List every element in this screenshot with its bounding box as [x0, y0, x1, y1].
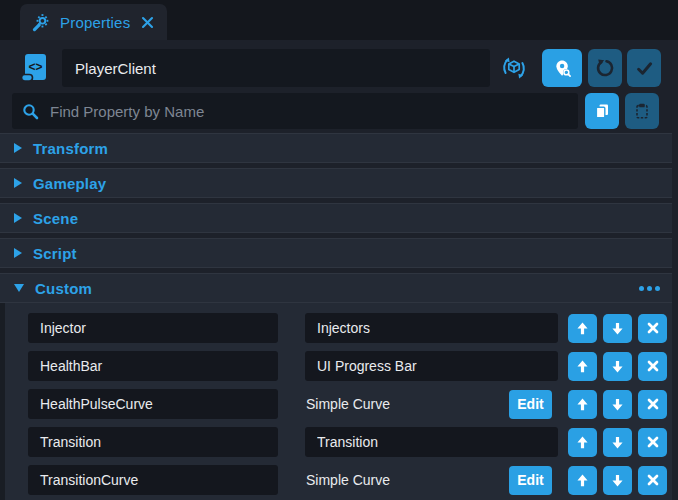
location-search-icon: [553, 59, 572, 78]
remove-button[interactable]: [638, 314, 667, 343]
section-header-transform[interactable]: Transform: [0, 133, 672, 163]
arrow-up-icon: [575, 435, 590, 450]
move-up-button[interactable]: [568, 466, 597, 495]
apply-button[interactable]: [627, 49, 661, 87]
arrow-up-icon: [575, 397, 590, 412]
property-value-text: Injectors: [317, 320, 370, 336]
remove-icon: [646, 321, 660, 335]
edit-button[interactable]: Edit: [509, 390, 552, 419]
property-name-box[interactable]: Transition: [28, 427, 278, 457]
search-icon: [22, 103, 39, 120]
copy-button[interactable]: [585, 93, 619, 129]
object-header: <>: [0, 40, 678, 87]
property-value-text: UI Progress Bar: [317, 358, 417, 374]
edit-button[interactable]: Edit: [509, 466, 552, 495]
property-value[interactable]: Simple Curve Edit: [305, 465, 558, 495]
move-down-button[interactable]: [603, 466, 632, 495]
move-down-button[interactable]: [603, 390, 632, 419]
property-value[interactable]: UI Progress Bar: [305, 351, 558, 381]
svg-text:<>: <>: [28, 60, 42, 74]
move-down-button[interactable]: [603, 352, 632, 381]
remove-button[interactable]: [638, 352, 667, 381]
arrow-down-icon: [610, 397, 625, 412]
section-label: Gameplay: [33, 175, 106, 192]
remove-icon: [646, 397, 660, 411]
sections-list: Transform Gameplay Scene Script: [0, 133, 678, 268]
property-name-box[interactable]: HealthBar: [28, 351, 278, 381]
custom-properties-list: Injector Injectors: [0, 303, 672, 500]
search-input[interactable]: [48, 102, 568, 121]
move-up-button[interactable]: [568, 352, 597, 381]
row-buttons: [568, 352, 667, 381]
section-label: Script: [33, 245, 77, 262]
ellipsis-icon[interactable]: [639, 286, 660, 291]
remove-icon: [646, 435, 660, 449]
object-name-input[interactable]: [62, 49, 490, 87]
paste-button[interactable]: [625, 93, 659, 129]
tab-title: Properties: [60, 14, 130, 31]
check-icon: [635, 59, 654, 78]
networked-cube-icon: [500, 54, 528, 82]
chevron-down-icon: [14, 284, 24, 292]
move-down-button[interactable]: [603, 314, 632, 343]
script-icon: <>: [18, 51, 52, 85]
arrow-down-icon: [610, 435, 625, 450]
custom-row: HealthBar UI Progress Bar: [28, 351, 672, 381]
property-name-box[interactable]: Injector: [28, 313, 278, 343]
section-header-gameplay[interactable]: Gameplay: [0, 168, 672, 198]
row-buttons: [568, 428, 667, 457]
section-label: Custom: [35, 280, 92, 297]
move-up-button[interactable]: [568, 390, 597, 419]
paste-icon: [633, 102, 651, 120]
move-up-button[interactable]: [568, 314, 597, 343]
arrow-down-icon: [610, 473, 625, 488]
chevron-right-icon: [14, 143, 22, 153]
remove-button[interactable]: [638, 466, 667, 495]
arrow-up-icon: [575, 321, 590, 336]
remove-icon: [646, 473, 660, 487]
row-buttons: [568, 466, 667, 495]
search-box[interactable]: [12, 93, 578, 129]
remove-button[interactable]: [638, 428, 667, 457]
property-value[interactable]: Transition: [305, 427, 558, 457]
chevron-right-icon: [14, 213, 22, 223]
arrow-up-icon: [575, 359, 590, 374]
section-header-scene[interactable]: Scene: [0, 203, 672, 233]
remove-button[interactable]: [638, 390, 667, 419]
property-value-text: Simple Curve: [306, 396, 390, 412]
custom-row: Injector Injectors: [28, 313, 672, 343]
custom-row: HealthPulseCurve Simple Curve Edit: [28, 389, 672, 419]
arrow-down-icon: [610, 359, 625, 374]
row-buttons: [568, 390, 667, 419]
custom-row: Transition Transition: [28, 427, 672, 457]
arrow-down-icon: [610, 321, 625, 336]
arrow-up-icon: [575, 473, 590, 488]
move-up-button[interactable]: [568, 428, 597, 457]
tab-properties[interactable]: Properties: [20, 4, 167, 40]
section-header-custom[interactable]: Custom: [0, 273, 672, 303]
property-name-box[interactable]: TransitionCurve: [28, 465, 278, 495]
revert-button[interactable]: [588, 49, 622, 87]
property-value-text: Transition: [317, 434, 378, 450]
search-row: [0, 87, 678, 129]
gear-wrench-icon: [32, 13, 51, 32]
chevron-right-icon: [14, 248, 22, 258]
section-label: Scene: [33, 210, 78, 227]
move-down-button[interactable]: [603, 428, 632, 457]
tab-bar: Properties: [0, 0, 678, 40]
property-value[interactable]: Injectors: [305, 313, 558, 343]
undo-icon: [595, 58, 615, 78]
property-value-text: Simple Curve: [306, 472, 390, 488]
find-in-scene-button[interactable]: [542, 49, 582, 87]
remove-icon: [646, 359, 660, 373]
property-value[interactable]: Simple Curve Edit: [305, 389, 558, 419]
copy-icon: [593, 102, 611, 120]
row-buttons: [568, 314, 667, 343]
section-label: Transform: [33, 140, 108, 157]
section-header-script[interactable]: Script: [0, 238, 672, 268]
chevron-right-icon: [14, 178, 22, 188]
close-icon[interactable]: [139, 14, 155, 30]
custom-row: TransitionCurve Simple Curve Edit: [28, 465, 672, 495]
property-name-box[interactable]: HealthPulseCurve: [28, 389, 278, 419]
